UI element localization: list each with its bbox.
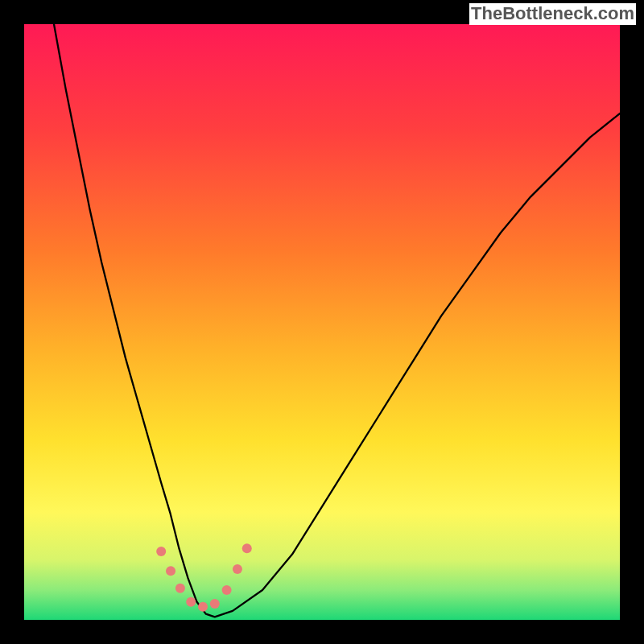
data-marker [175,584,185,593]
data-marker [222,585,232,595]
data-marker [198,602,208,612]
data-marker [233,564,242,574]
data-marker [210,599,220,609]
gradient-background [24,24,620,620]
chart-frame: TheBottleneck.com [0,0,644,644]
data-marker [156,547,166,556]
data-marker [166,566,175,576]
data-marker [242,543,252,553]
data-marker [186,597,196,607]
plot-svg [24,24,620,620]
plot-area [24,24,620,620]
watermark-text: TheBottleneck.com [469,3,636,25]
